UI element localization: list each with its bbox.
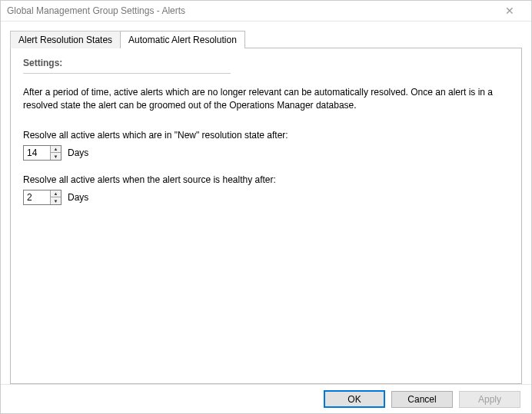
tab-label: Automatic Alert Resolution <box>128 35 237 45</box>
button-bar: OK Cancel Apply <box>1 384 531 413</box>
step-up-icon[interactable]: ▲ <box>51 146 61 154</box>
unit-label-days: Days <box>68 192 88 203</box>
step-down-icon[interactable]: ▼ <box>51 197 61 204</box>
dialog-body: Alert Resolution States Automatic Alert … <box>1 22 531 384</box>
new-state-days-stepper[interactable]: ▲ ▼ <box>23 145 62 161</box>
divider <box>23 73 231 74</box>
tab-panel-automatic-alert-resolution: Settings: After a period of time, active… <box>10 48 522 384</box>
stepper-arrows: ▲ ▼ <box>50 190 61 204</box>
step-down-icon[interactable]: ▼ <box>51 153 61 160</box>
settings-header: Settings: <box>23 58 509 68</box>
step-up-icon[interactable]: ▲ <box>51 190 61 198</box>
healthy-source-days-stepper[interactable]: ▲ ▼ <box>23 190 62 205</box>
field-row-new-state-days: ▲ ▼ Days <box>23 145 509 161</box>
tab-label: Alert Resolution States <box>18 35 112 45</box>
unit-label-days: Days <box>68 147 88 158</box>
new-state-days-input[interactable] <box>24 146 50 160</box>
healthy-source-days-input[interactable] <box>24 190 50 204</box>
stepper-arrows: ▲ ▼ <box>50 146 61 160</box>
field-row-healthy-source-days: ▲ ▼ Days <box>23 190 509 205</box>
tab-strip: Alert Resolution States Automatic Alert … <box>10 29 522 48</box>
dialog-window: Global Management Group Settings - Alert… <box>0 0 532 414</box>
titlebar: Global Management Group Settings - Alert… <box>1 1 531 22</box>
window-title: Global Management Group Settings - Alert… <box>7 5 494 16</box>
tab-automatic-alert-resolution[interactable]: Automatic Alert Resolution <box>120 31 245 48</box>
ok-button[interactable]: OK <box>324 390 385 408</box>
description-text: After a period of time, active alerts wh… <box>23 86 500 113</box>
field-label-new-state-days: Resolve all active alerts which are in "… <box>23 130 509 141</box>
cancel-button[interactable]: Cancel <box>391 391 453 408</box>
apply-button: Apply <box>459 391 520 408</box>
close-icon[interactable]: ✕ <box>494 5 525 17</box>
field-label-healthy-source-days: Resolve all active alerts when the alert… <box>23 174 509 185</box>
tab-alert-resolution-states[interactable]: Alert Resolution States <box>10 31 121 48</box>
